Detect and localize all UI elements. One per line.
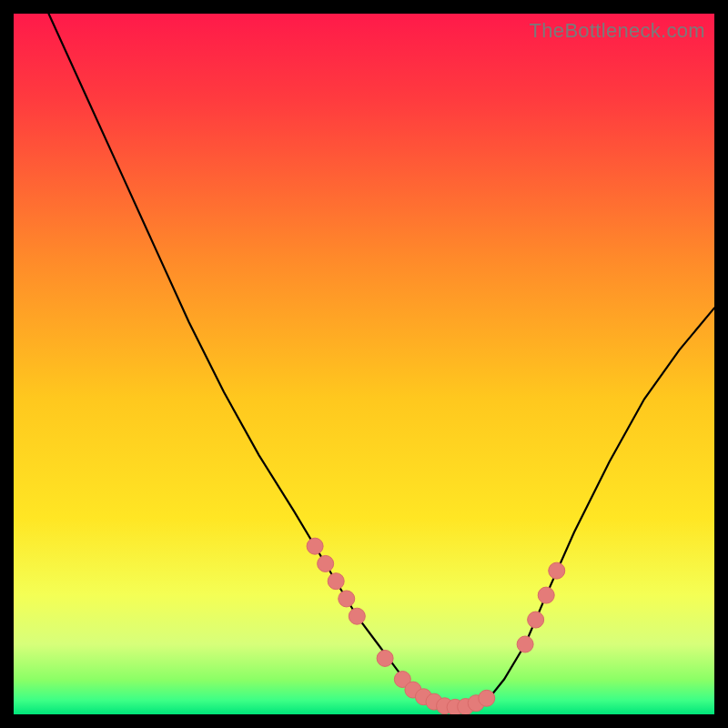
curve-marker	[479, 690, 495, 706]
watermark-text: TheBottleneck.com	[530, 19, 705, 43]
curve-marker	[339, 591, 355, 607]
curve-marker	[377, 650, 393, 666]
curve-marker	[517, 636, 533, 652]
curve-marker	[549, 562, 565, 579]
curve-marker	[349, 608, 365, 624]
curve-marker	[538, 587, 554, 603]
chart-frame: TheBottleneck.com	[14, 14, 714, 714]
chart-plot	[14, 14, 714, 714]
heat-background	[14, 14, 714, 714]
curve-marker	[528, 612, 544, 628]
curve-marker	[328, 573, 344, 590]
curve-marker	[307, 538, 323, 554]
curve-marker	[318, 555, 334, 571]
